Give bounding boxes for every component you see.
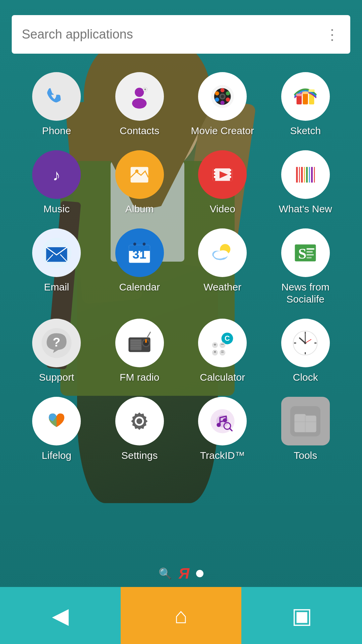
phone-label: Phone: [42, 125, 71, 137]
contacts-icon: [115, 72, 164, 121]
svg-rect-18: [297, 95, 302, 104]
svg-point-65: [214, 251, 225, 258]
back-icon: ◀: [52, 603, 69, 628]
app-fmradio[interactable]: FM radio: [98, 319, 181, 383]
calendar-label: Calendar: [119, 281, 160, 293]
phone-icon: [32, 72, 81, 121]
app-album[interactable]: Album: [98, 150, 181, 215]
weather-label: Weather: [203, 281, 241, 293]
search-page-indicator: 🔍: [159, 567, 172, 580]
back-button[interactable]: ◀: [0, 587, 121, 644]
app-phone[interactable]: Phone: [15, 72, 98, 137]
search-input[interactable]: [22, 27, 325, 42]
app-grid: Phone Contacts: [12, 62, 350, 472]
svg-point-28: [135, 169, 139, 173]
video-icon: [198, 150, 247, 199]
svg-text:×: ×: [214, 349, 217, 355]
app-support[interactable]: ? Support: [15, 319, 98, 383]
app-calculator[interactable]: C + − × = Calculator: [181, 319, 264, 383]
whats-new-label: What's New: [279, 203, 332, 215]
svg-point-15: [226, 97, 230, 101]
svg-point-58: [133, 243, 136, 246]
album-label: Album: [125, 203, 154, 215]
app-socialife[interactable]: S News from Socialife: [264, 228, 347, 305]
recent-button[interactable]: ▣: [241, 587, 362, 644]
svg-rect-41: [296, 167, 298, 182]
email-icon: [32, 228, 81, 277]
svg-text:?: ?: [53, 335, 60, 349]
video-label: Video: [210, 203, 235, 215]
svg-rect-48: [314, 167, 315, 182]
app-settings[interactable]: Settings: [98, 397, 181, 462]
svg-rect-69: [307, 248, 315, 250]
page-indicators: 🔍 Я: [0, 565, 362, 582]
support-label: Support: [39, 371, 74, 383]
search-bar[interactable]: ⋮: [12, 15, 350, 54]
svg-text:C: C: [225, 334, 230, 342]
svg-point-59: [143, 243, 146, 246]
socialife-icon: S: [281, 228, 330, 277]
music-icon: ♪: [32, 150, 81, 199]
calculator-icon: C + − × =: [198, 319, 247, 367]
svg-point-112: [136, 418, 142, 424]
svg-point-5: [144, 88, 146, 90]
recent-icon: ▣: [292, 603, 312, 628]
svg-point-10: [220, 88, 224, 92]
svg-text:−: −: [221, 341, 224, 347]
trackid-icon: [198, 397, 247, 445]
svg-rect-22: [302, 91, 308, 94]
svg-text:+: +: [214, 342, 217, 347]
svg-point-117: [223, 418, 227, 422]
app-tools[interactable]: Tools: [264, 397, 347, 462]
svg-rect-72: [307, 257, 312, 258]
socialife-label: News from Socialife: [264, 281, 347, 305]
tools-icon: [281, 397, 330, 445]
bottom-nav: ◀ ⌂ ▣: [0, 587, 362, 644]
whats-new-icon: [281, 150, 330, 199]
app-email[interactable]: Email: [15, 228, 98, 305]
app-clock[interactable]: Clock: [264, 319, 347, 383]
svg-point-2: [135, 88, 144, 97]
lifelog-icon: [32, 397, 81, 445]
app-trackid[interactable]: TrackID™: [181, 397, 264, 462]
svg-rect-86: [145, 339, 147, 342]
app-whats-new[interactable]: What's New: [264, 150, 347, 215]
svg-point-108: [304, 342, 306, 344]
email-label: Email: [44, 281, 69, 293]
movie-creator-icon: [198, 72, 247, 121]
svg-point-40: [290, 160, 320, 190]
tools-label: Tools: [294, 449, 317, 462]
ya-page-indicator: Я: [179, 565, 189, 582]
svg-rect-70: [307, 251, 313, 252]
svg-rect-34: [214, 172, 216, 174]
svg-rect-43: [301, 167, 303, 182]
app-lifelog[interactable]: Lifelog: [15, 397, 98, 462]
svg-text:=: =: [221, 349, 224, 355]
svg-text:31: 31: [132, 247, 146, 261]
svg-rect-42: [299, 167, 300, 182]
app-contacts[interactable]: Contacts: [98, 72, 181, 137]
app-video[interactable]: Video: [181, 150, 264, 215]
clock-icon: [281, 319, 330, 367]
trackid-label: TrackID™: [200, 449, 245, 462]
support-icon: ?: [32, 319, 81, 367]
svg-rect-122: [295, 414, 306, 418]
svg-rect-44: [304, 167, 305, 182]
svg-point-3: [132, 98, 146, 108]
app-calendar[interactable]: 31 Calendar: [98, 228, 181, 305]
svg-point-16: [221, 95, 224, 98]
app-music[interactable]: ♪ Music: [15, 150, 98, 215]
svg-rect-19: [303, 93, 308, 104]
app-sketch[interactable]: Sketch: [264, 72, 347, 137]
settings-label: Settings: [121, 449, 158, 462]
fmradio-icon: [115, 319, 164, 367]
svg-point-14: [215, 97, 219, 101]
home-button[interactable]: ⌂: [121, 587, 241, 644]
current-page-indicator: [196, 570, 203, 577]
clock-label: Clock: [293, 371, 318, 383]
sketch-label: Sketch: [290, 125, 321, 137]
app-movie-creator[interactable]: Movie Creator: [181, 72, 264, 137]
settings-icon: [115, 397, 164, 445]
more-options-icon[interactable]: ⋮: [325, 26, 340, 43]
app-weather[interactable]: Weather: [181, 228, 264, 305]
